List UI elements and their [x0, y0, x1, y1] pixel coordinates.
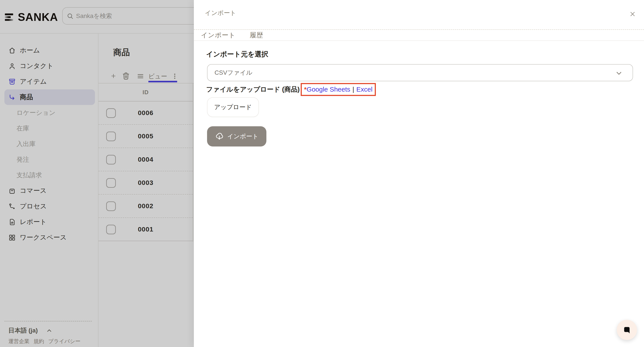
import-button[interactable]: インポート	[207, 126, 266, 146]
select-value: CSVファイル	[214, 68, 252, 77]
modal-title: インポート	[205, 9, 236, 17]
chat-launcher[interactable]	[617, 320, 637, 340]
tab-import[interactable]: インポート	[201, 31, 236, 40]
required-asterisk: *	[304, 86, 306, 93]
chat-bubble-icon	[622, 325, 632, 335]
excel-link[interactable]: Excel	[356, 86, 372, 93]
upload-file-label: ファイルをアップロード (商品)	[206, 85, 300, 94]
import-button-label: インポート	[227, 132, 259, 141]
import-source-select[interactable]: CSVファイル	[207, 64, 633, 81]
upload-label-row: ファイルをアップロード (商品) * Google Sheets | Excel	[206, 82, 376, 97]
tabs-divider	[194, 40, 644, 41]
link-divider: |	[352, 86, 354, 93]
close-icon[interactable]	[628, 9, 638, 19]
cloud-download-icon	[215, 132, 224, 141]
import-source-heading: インポート元を選択	[206, 50, 268, 59]
tab-history[interactable]: 履歴	[250, 31, 263, 40]
chevron-down-icon	[615, 69, 623, 77]
import-modal: インポート インポート 履歴 インポート元を選択 CSVファイル ファイルをアッ…	[194, 0, 644, 347]
upload-button[interactable]: アップロード	[207, 97, 259, 117]
google-sheets-link[interactable]: Google Sheets	[306, 86, 350, 93]
highlighted-links-box: * Google Sheets | Excel	[301, 83, 376, 96]
modal-header-divider	[194, 29, 644, 30]
modal-tabs: インポート 履歴	[201, 31, 263, 40]
